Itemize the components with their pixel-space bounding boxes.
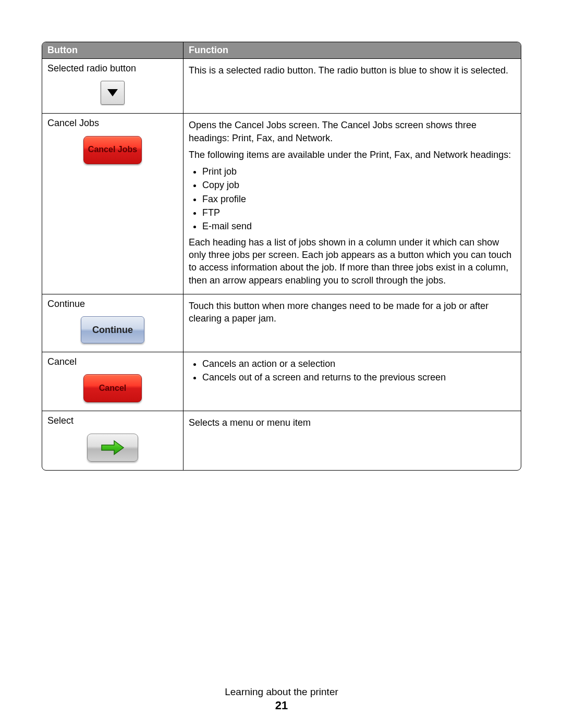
page-footer: Learning about the printer 21 xyxy=(0,686,563,712)
list-item: Fax profile xyxy=(202,193,516,205)
row-select: Select xyxy=(42,411,521,470)
dropdown-icon xyxy=(101,81,125,105)
btn-label: Select xyxy=(47,414,178,427)
cell-button: Select xyxy=(42,411,183,470)
desc-text: Selects a menu or menu item xyxy=(189,416,516,429)
page-number: 21 xyxy=(0,699,563,712)
cell-function: Opens the Cancel Jobs screen. The Cancel… xyxy=(183,114,521,294)
list-item: FTP xyxy=(202,206,516,219)
btn-label: Continue xyxy=(47,298,178,310)
buttons-table: Button Function Selected radio button Th… xyxy=(42,42,521,471)
row-cancel: Cancel Cancel Cancels an action or a sel… xyxy=(42,352,521,411)
triangle-down-icon xyxy=(107,89,118,96)
section-title: Learning about the printer xyxy=(0,686,563,698)
list-item: Print job xyxy=(202,165,516,178)
cancel-list: Cancels an action or a selection Cancels… xyxy=(189,357,516,384)
cell-button: Cancel Cancel xyxy=(42,352,183,411)
row-selected-radio: Selected radio button This is a selected… xyxy=(42,59,521,114)
btn-label: Selected radio button xyxy=(47,62,178,75)
jobs-list: Print job Copy job Fax profile FTP E-mai… xyxy=(189,165,516,232)
cell-button: Continue Continue xyxy=(42,294,183,352)
list-item: Copy job xyxy=(202,179,516,191)
list-item: Cancels an action or a selection xyxy=(202,357,516,370)
header-function: Function xyxy=(183,42,521,59)
desc-text: Touch this button when more changes need… xyxy=(189,300,516,325)
cell-function: Cancels an action or a selection Cancels… xyxy=(183,352,521,411)
list-item: E-mail send xyxy=(202,220,516,232)
cell-function: This is a selected radio button. The rad… xyxy=(183,59,521,114)
cell-function: Selects a menu or menu item xyxy=(183,411,521,470)
cell-button: Selected radio button xyxy=(42,59,183,114)
desc-text: This is a selected radio button. The rad… xyxy=(189,64,516,77)
btn-label: Cancel xyxy=(47,355,178,368)
para-3: Each heading has a list of jobs shown in… xyxy=(189,236,516,287)
para-1: Opens the Cancel Jobs screen. The Cancel… xyxy=(189,119,516,144)
btn-label: Cancel Jobs xyxy=(47,117,178,129)
cancel-jobs-button-icon: Cancel Jobs xyxy=(83,136,142,164)
cell-function: Touch this button when more changes need… xyxy=(183,294,521,352)
select-button-icon xyxy=(87,434,138,462)
list-item: Cancels out of a screen and returns to t… xyxy=(202,371,516,384)
cancel-button-icon: Cancel xyxy=(83,374,142,402)
continue-button-icon: Continue xyxy=(81,316,144,343)
header-button: Button xyxy=(42,42,183,59)
para-2: The following items are available under … xyxy=(189,149,516,161)
cell-button: Cancel Jobs Cancel Jobs xyxy=(42,114,183,294)
row-continue: Continue Continue Touch this button when… xyxy=(42,294,521,352)
arrow-right-icon xyxy=(101,440,125,455)
row-cancel-jobs: Cancel Jobs Cancel Jobs Opens the Cancel… xyxy=(42,114,521,294)
